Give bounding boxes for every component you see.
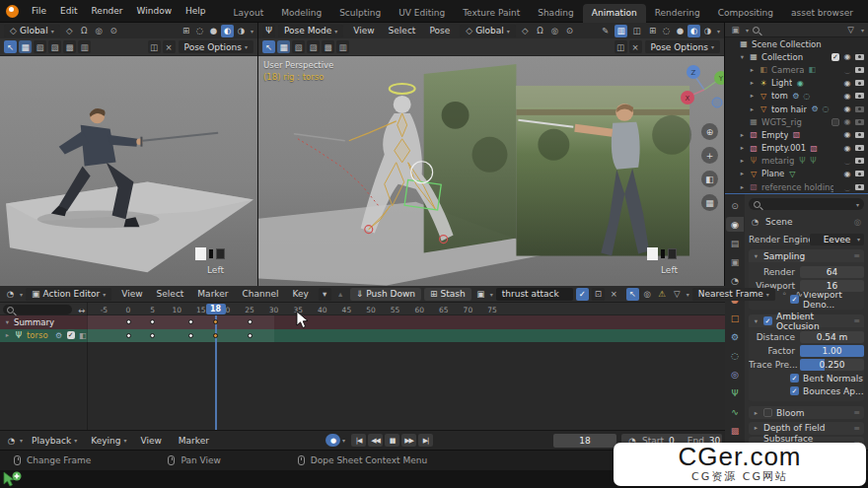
outliner-row[interactable]: ▸ ▧ Empty.001 ▧ ◉ [725,142,868,155]
render-camera-icon[interactable] [855,184,864,190]
chevron-down-icon[interactable]: ▾ [20,291,23,298]
checkbox-unchecked[interactable] [763,408,772,417]
collection-checkbox[interactable]: ✓ [832,53,839,61]
sampling-render-field[interactable]: 64 [800,266,864,278]
viewport-toggle-icon[interactable]: ◫ [615,40,627,53]
mode-dropdown[interactable]: Pose Mode ▾ [278,25,343,37]
expand-arrow-icon[interactable]: ▾ [739,53,746,61]
modifier-wrench-icon[interactable]: ⚙ [54,331,64,340]
pose-options-dropdown[interactable]: Pose Options ▾ [645,40,720,53]
properties-tab-icon[interactable]: ▤ [726,236,744,250]
properties-tab-icon[interactable]: Ψ [726,385,744,400]
expand-arrow-icon[interactable]: ▸ [739,131,746,139]
chevron-down-icon[interactable]: ▾ [20,437,23,444]
outliner-row[interactable]: ▸ ▧ Empty ▧ ◉ [725,128,868,141]
shading-mode-icon[interactable]: ◐ [687,25,700,37]
ao-trace-slider[interactable]: 0.250 [800,359,864,371]
dope-menu[interactable]: Marker [190,286,235,303]
orientation-dropdown[interactable]: ◇ Global ▾ [460,25,516,37]
render-camera-icon[interactable] [855,93,864,99]
shading-mode-icon[interactable]: ● [207,25,220,37]
topbar-menu[interactable]: Edit [53,0,84,23]
select-tool-icon[interactable]: ▧ [34,40,46,53]
chevron-down-icon[interactable]: ▾ [746,27,749,34]
dope-sheet-content[interactable]: 18 -5051015202530354045505560657075 ▾ Su… [0,303,725,430]
expand-arrow-icon[interactable]: ▸ [739,183,746,191]
unlink-action-icon[interactable]: ▴ [334,288,347,301]
pin-icon[interactable]: ◎ [851,216,864,229]
properties-tab-icon[interactable]: □ [726,311,744,325]
panel-grip-icon[interactable]: ≡ [853,251,860,260]
expand-arrow-icon[interactable]: ▸ [749,92,756,100]
panel-grip-icon[interactable]: ≡ [853,424,860,433]
playbar-menu[interactable]: Playback▾ [25,431,84,451]
viewport-menu[interactable]: View [346,23,381,38]
visibility-eye-icon[interactable]: ◉ [842,105,852,113]
render-camera-icon[interactable] [855,119,864,125]
shading-mode-icon[interactable]: ⊞ [646,25,659,37]
blender-logo-icon[interactable] [6,5,19,18]
select-tool-icon[interactable]: ▨ [48,40,61,53]
filter-icon[interactable]: ▽ [844,24,857,36]
chevron-down-icon[interactable]: ▾ [861,27,864,34]
chevron-down-icon[interactable]: ▾ [342,437,345,444]
visibility-eye-icon[interactable]: ◉ [842,92,852,101]
properties-tab-icon[interactable]: ◎ [726,367,744,382]
outliner-row[interactable]: ▸ ▽ tom hair ⚙◌ ◉ [725,103,868,115]
dope-header-icon[interactable]: ▽ [671,288,684,301]
visibility-eye-icon[interactable]: ◉ [842,79,852,88]
topbar-menu[interactable]: Window [130,0,180,23]
channel-enable-checkbox[interactable]: ✓ [67,331,75,339]
checkbox-checked[interactable]: ✓ [763,316,772,325]
browse-action-icon[interactable]: ▾ [319,288,331,301]
torso-track[interactable] [0,329,725,343]
expand-arrow-icon[interactable]: ▸ [739,144,746,152]
summary-track[interactable] [0,315,725,329]
playbar-menu[interactable]: Marker [172,431,219,451]
panel-grip-icon[interactable]: ≡ [853,408,860,417]
viewport-nav-icon[interactable]: ⊕ [701,123,718,140]
chevron-down-icon[interactable]: ▾ [251,28,253,35]
outliner-row[interactable]: ▸ ▧ reference holding swon ‿ [725,180,868,193]
viewport-nav-icon[interactable]: ▦ [701,194,718,211]
channel-search[interactable] [3,305,72,314]
header-tool-icon[interactable]: Ω [78,25,91,37]
select-tool-icon[interactable]: ▩ [322,40,334,53]
select-tool-icon[interactable]: ▦ [277,40,290,53]
search-icon[interactable] [753,27,760,34]
dope-header-icon[interactable]: ◎ [641,288,654,301]
select-tool-icon[interactable]: ↖ [4,40,17,53]
properties-tab-icon[interactable]: ◌ [726,348,744,363]
select-tool-icon[interactable]: ▨ [307,40,320,53]
ao-panel-header[interactable]: ▾ ✓ Ambient Occlusion ≡ [749,314,864,327]
auto-keying-icon[interactable]: ● [326,434,340,447]
header-tool-icon[interactable]: ◇ [519,25,532,37]
select-tool-icon[interactable]: ▥ [336,40,349,53]
playbar-menu[interactable]: Keying▾ [84,431,133,451]
eyedropper-icon[interactable]: ✎ [599,25,612,37]
orientation-dropdown[interactable]: ◇ Global ▾ [4,25,60,37]
chevron-down-icon[interactable]: ▾ [856,201,859,208]
visibility-eye-icon[interactable]: ‿ [842,183,852,191]
transport-button[interactable]: |◀ [351,434,366,447]
viewport-menu[interactable]: Select [382,23,423,38]
editor-type-icon[interactable]: ▣ [729,24,742,36]
workspace-tab[interactable]: Animation [583,4,646,23]
sampling-panel-header[interactable]: ▾ Sampling ≡ [749,249,864,262]
workspace-tab[interactable]: Shading [529,4,583,23]
workspace-tab[interactable]: Rendering [646,4,709,23]
visibility-eye-icon[interactable]: ◉ [842,52,852,61]
workspace-tab[interactable]: Modeling [272,4,330,23]
summary-channel[interactable]: ▾ Summary [0,315,87,329]
header-tool-icon[interactable]: ⊙ [563,25,576,37]
transport-button[interactable]: ◀◀ [368,434,383,447]
render-engine-dropdown[interactable]: Eevee ▾ [810,234,864,245]
render-camera-icon[interactable] [855,158,864,164]
keyframe-dot[interactable] [248,319,253,324]
workspace-tab[interactable]: asset browser [782,4,862,23]
shading-mode-icon[interactable]: ⊞ [180,25,192,37]
keyframe-dot[interactable] [126,319,131,324]
dope-menu[interactable]: Key [285,286,315,303]
header-tool-icon[interactable]: ◎ [548,25,561,37]
properties-search[interactable]: ▾ [749,198,864,210]
